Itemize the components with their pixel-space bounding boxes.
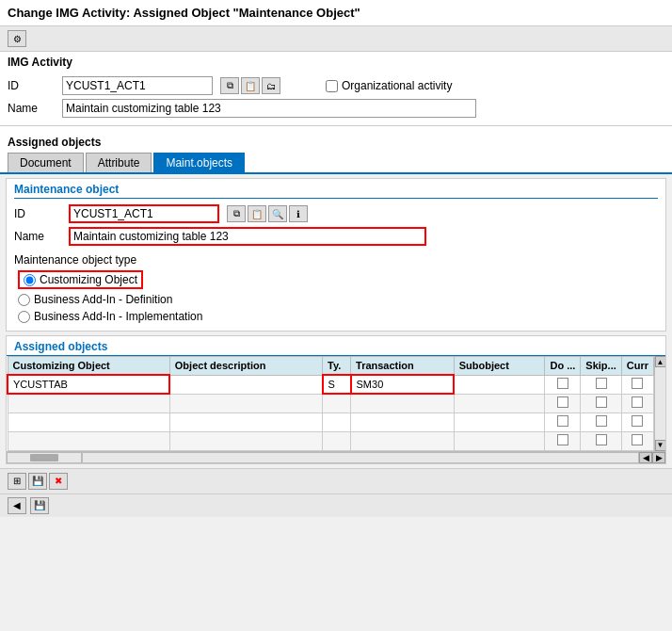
mo-copy-icon[interactable]: ⧉ <box>227 205 246 222</box>
cell-subobject-3[interactable] <box>454 413 545 431</box>
radio-badi-def: Business Add-In - Definition <box>18 291 658 308</box>
cell-subobject-4[interactable] <box>454 431 545 450</box>
cell-ty-4[interactable] <box>323 431 351 450</box>
org-activity-label: Organizational activity <box>342 79 452 92</box>
cell-cust-obj-4[interactable] <box>8 431 169 450</box>
radio-customizing: Customizing Object <box>18 268 658 291</box>
cell-obj-desc-3[interactable] <box>169 413 322 431</box>
scroll-up-arrow[interactable]: ▲ <box>655 356 666 367</box>
cell-skip-1[interactable] <box>581 375 621 394</box>
img-activity-form: ID ⧉ 📋 🗂 Organizational activity Name <box>0 71 672 125</box>
cell-do-1[interactable] <box>545 375 581 394</box>
save-status-icon[interactable]: 💾 <box>30 497 49 514</box>
scroll-left-arrow[interactable]: ◀ <box>639 452 652 463</box>
assigned-objects-table-title: Assigned objects <box>7 336 665 356</box>
cell-transaction-3[interactable] <box>351 413 455 431</box>
radio-badi-impl: Business Add-In - Implementation <box>18 308 658 325</box>
scroll-right-arrow[interactable]: ▶ <box>652 452 665 463</box>
customizing-radio-highlight: Customizing Object <box>18 270 143 289</box>
cell-transaction-1[interactable]: SM30 <box>351 375 455 394</box>
tab-document[interactable]: Document <box>8 153 84 172</box>
scroll-corner <box>7 452 82 463</box>
cell-skip-2[interactable] <box>581 394 621 413</box>
radio-customizing-input[interactable] <box>24 274 36 286</box>
h-scroll-track[interactable] <box>82 452 639 463</box>
insert-row-icon[interactable]: ⊞ <box>8 473 26 490</box>
delete-row-icon[interactable]: ✖ <box>49 473 68 490</box>
cell-cust-obj-1[interactable]: YCUSTTAB <box>8 375 169 394</box>
cell-transaction-2[interactable] <box>351 394 455 413</box>
horizontal-scrollbar-row: ◀ ▶ <box>7 451 665 463</box>
img-activity-name-row: Name <box>8 97 664 120</box>
table-row[interactable] <box>8 394 654 413</box>
cell-do-2[interactable] <box>545 394 581 413</box>
bottom-toolbar: ⊞ 💾 ✖ <box>0 468 672 493</box>
img-activity-id-input[interactable] <box>62 76 213 95</box>
cell-obj-desc-4[interactable] <box>169 431 322 450</box>
cell-obj-desc-1[interactable] <box>169 375 322 394</box>
mo-type-radio-group: Customizing Object Business Add-In - Def… <box>18 268 658 325</box>
cell-ty-3[interactable] <box>323 413 351 431</box>
cell-obj-desc-2[interactable] <box>169 394 322 413</box>
mo-id-row: ID ⧉ 📋 🔍 ℹ <box>14 202 658 225</box>
tab-maint-objects[interactable]: Maint.objects <box>153 153 245 172</box>
cell-skip-4[interactable] <box>581 431 621 450</box>
status-bar: ◀ 💾 <box>0 493 672 517</box>
vertical-scrollbar[interactable]: ▲ ▼ <box>654 356 665 451</box>
col-ty: Ty. <box>323 357 351 376</box>
maintenance-object-section: Maintenance object ID ⧉ 📋 🔍 ℹ Name Maint… <box>6 178 666 332</box>
cell-do-3[interactable] <box>545 413 581 431</box>
mo-type-label-row: Maintenance object type <box>14 251 658 268</box>
mo-type-label: Maintenance object type <box>14 253 136 267</box>
cell-cust-obj-2[interactable] <box>8 394 169 413</box>
assigned-objects-tabs-container: Assigned objects Document Attribute Main… <box>0 126 672 172</box>
cell-curr-3[interactable] <box>621 413 653 431</box>
cell-curr-2[interactable] <box>621 394 653 413</box>
mo-id-input[interactable] <box>69 204 219 223</box>
mo-id-icon-group: ⧉ 📋 🔍 ℹ <box>227 205 308 222</box>
table-wrapper: Customizing Object Object description Ty… <box>7 356 665 463</box>
table-row[interactable] <box>8 431 654 450</box>
cell-curr-4[interactable] <box>621 431 653 450</box>
cell-curr-1[interactable] <box>621 375 653 394</box>
cell-do-4[interactable] <box>545 431 581 450</box>
copy-icon[interactable]: ⧉ <box>220 77 239 94</box>
col-curr: Curr <box>621 357 653 376</box>
mo-search-icon[interactable]: 🔍 <box>268 205 287 222</box>
save-row-icon[interactable]: 💾 <box>28 473 47 490</box>
table-row[interactable]: YCUSTTAB S SM30 <box>8 375 654 394</box>
cell-ty-2[interactable] <box>323 394 351 413</box>
h-scroll-thumb[interactable] <box>30 454 58 461</box>
toolbar-settings-icon[interactable]: ⚙ <box>8 30 26 47</box>
cell-subobject-2[interactable] <box>454 394 545 413</box>
cell-transaction-4[interactable] <box>351 431 455 450</box>
tab-attribute[interactable]: Attribute <box>86 153 152 172</box>
back-status-icon[interactable]: ◀ <box>8 497 26 514</box>
cell-skip-3[interactable] <box>581 413 621 431</box>
cell-subobject-1[interactable] <box>454 375 545 394</box>
mo-name-label: Name <box>14 230 61 243</box>
mo-paste-icon[interactable]: 📋 <box>248 205 266 222</box>
mo-name-input[interactable] <box>69 227 426 246</box>
assigned-objects-table: Customizing Object Object description Ty… <box>7 356 654 451</box>
mo-info-icon[interactable]: ℹ <box>289 205 308 222</box>
org-activity-checkbox[interactable] <box>326 80 338 92</box>
cell-cust-obj-3[interactable] <box>8 413 169 431</box>
scroll-down-arrow[interactable]: ▼ <box>655 440 666 451</box>
radio-badi-def-label: Business Add-In - Definition <box>34 293 172 306</box>
img-activity-name-input[interactable] <box>62 99 476 118</box>
table-row[interactable] <box>8 413 654 431</box>
paste-icon[interactable]: 📋 <box>241 77 260 94</box>
browse-icon[interactable]: 🗂 <box>262 77 280 94</box>
top-toolbar: ⚙ <box>0 26 672 52</box>
cell-ty-1[interactable]: S <box>323 375 351 394</box>
maintenance-object-title: Maintenance object <box>14 183 658 199</box>
window-title: Change IMG Activity: Assigned Object "Ma… <box>8 6 360 20</box>
img-activity-section-label: IMG Activity <box>0 52 672 71</box>
id-icon-group: ⧉ 📋 🗂 <box>220 77 280 94</box>
radio-badi-impl-input[interactable] <box>18 311 30 323</box>
radio-badi-impl-label: Business Add-In - Implementation <box>34 310 202 323</box>
radio-badi-def-input[interactable] <box>18 294 30 306</box>
table-header-row: Customizing Object Object description Ty… <box>8 357 654 376</box>
table-main-area: Customizing Object Object description Ty… <box>7 356 654 451</box>
